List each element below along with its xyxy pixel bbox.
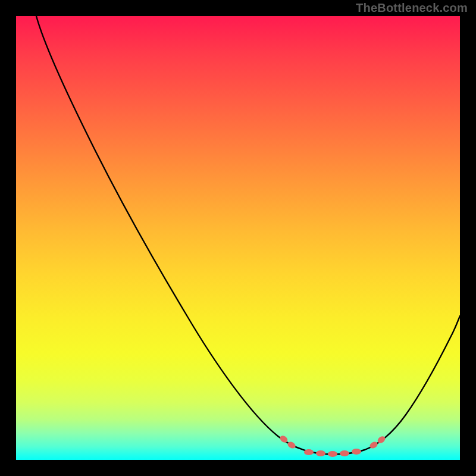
curve-svg xyxy=(16,16,460,460)
marker-dot xyxy=(304,449,314,455)
marker-dot xyxy=(368,440,378,450)
marker-dot xyxy=(316,450,325,456)
plot-area xyxy=(16,16,460,460)
marker-cluster xyxy=(278,434,386,457)
watermark-text: TheBottleneck.com xyxy=(356,1,468,15)
chart-container: TheBottleneck.com xyxy=(0,0,476,476)
curve-path xyxy=(36,16,460,455)
marker-dot xyxy=(352,449,361,455)
marker-dot xyxy=(328,451,337,457)
marker-dot xyxy=(340,450,349,456)
marker-dot xyxy=(286,440,296,450)
